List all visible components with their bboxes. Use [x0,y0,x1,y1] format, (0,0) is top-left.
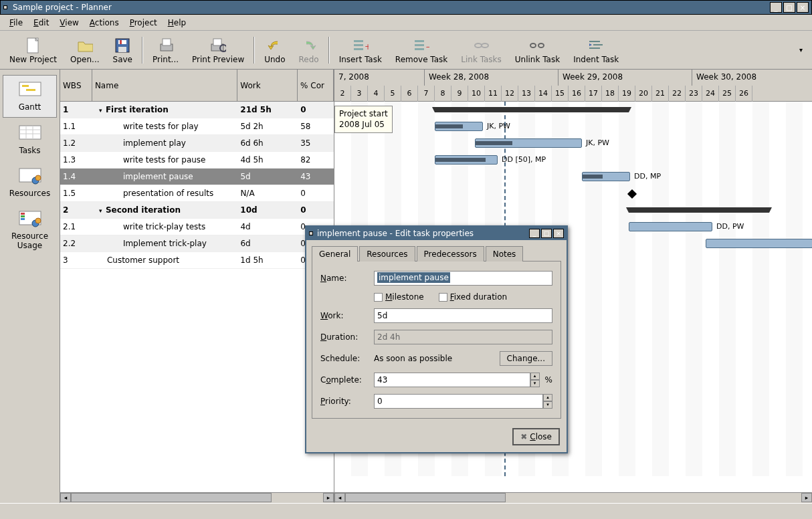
task-row[interactable]: 2.1write trick-play tests4d0 [60,219,334,235]
spin-down[interactable]: ▾ [543,401,552,409]
dialog-title: implement pause - Edit task properties [317,229,528,238]
scroll-left-button[interactable]: ◂ [334,493,345,502]
close-label: Close [530,432,552,441]
toolbar-remove-label: Remove Task [395,55,447,64]
summary-bar[interactable] [629,207,769,213]
task-bar[interactable] [475,138,582,148]
toolbar-remove-task[interactable]: −Remove Task [389,35,454,66]
milestone-checkbox[interactable]: Milestone [374,292,424,302]
toolbar-insert-task[interactable]: +Insert Task [332,35,389,66]
task-row[interactable]: 1.3write tests for pause4d 5h82 [60,152,334,169]
task-row[interactable]: 1.4implement pause5d43 [60,169,334,185]
toolbar-undo[interactable]: Undo [258,35,292,66]
priority-spinner[interactable]: ▴▾ [374,394,552,409]
svg-rect-16 [415,44,424,46]
toolbar-overflow[interactable]: ▾ [793,46,809,54]
toolbar-save[interactable]: Save [106,35,139,66]
day-header: 16 [569,86,585,102]
scroll-left-button[interactable]: ◂ [60,493,71,502]
task-bar[interactable] [582,172,630,181]
task-bar[interactable] [435,155,498,165]
tab-resources[interactable]: Resources [359,246,415,262]
name-input[interactable]: implement pause [374,271,552,286]
task-bar[interactable] [435,122,483,131]
sidebar-item-tasks[interactable]: Tasks [3,119,57,161]
tab-notes[interactable]: Notes [486,246,524,262]
cell-work: 6d 6h [237,138,298,148]
cell-wbs: 1.3 [60,155,92,165]
menu-view[interactable]: View [54,17,84,29]
cell-work: 6d [237,239,298,248]
insert-task-icon: + [352,36,369,55]
toolbar-new-project[interactable]: New Project [3,35,64,66]
col-work[interactable]: Work [237,70,298,101]
spin-up[interactable]: ▴ [543,394,552,401]
svg-rect-11 [354,40,363,42]
svg-rect-3 [118,47,126,52]
menu-project[interactable]: Project [124,17,163,29]
toolbar-print-preview[interactable]: Print Preview [185,35,251,66]
toolbar-open[interactable]: Open... [64,35,106,66]
priority-input[interactable] [374,394,543,409]
maximize-button[interactable]: □ [783,2,795,13]
summary-bar[interactable] [435,107,629,112]
toolbar-indent-task[interactable]: Indent Task [567,35,625,66]
svg-text:−: − [425,42,429,51]
sidebar-item-resources[interactable]: Resources [3,162,57,203]
col-complete[interactable]: % Cor [298,70,334,101]
scroll-thumb[interactable] [71,493,272,502]
task-bar[interactable] [629,222,712,231]
sidebar-item-gantt[interactable]: Gantt [3,75,57,118]
dialog-minimize-button[interactable]: _ [529,229,540,238]
toolbar-unlink-task[interactable]: Unlink Task [508,35,567,66]
spin-down[interactable]: ▾ [530,380,540,387]
tab-general[interactable]: General [312,246,358,262]
scroll-thumb[interactable] [345,493,506,502]
svg-rect-13 [354,48,363,50]
change-schedule-button[interactable]: Change... [500,351,552,366]
col-wbs[interactable]: WBS [60,70,92,101]
name-label: Name: [320,274,369,283]
gantt-scrollbar[interactable]: ◂ ▸ [334,492,812,503]
task-row[interactable]: 3Customer support1d 5h0 [60,252,334,269]
task-row[interactable]: 1▾First iteration21d 5h0 [60,102,334,118]
menu-actions[interactable]: Actions [84,17,124,29]
svg-rect-23 [589,41,600,42]
scroll-right-button[interactable]: ▸ [323,493,334,502]
folder-open-icon [77,36,93,55]
complete-input[interactable] [374,373,530,387]
menu-file[interactable]: File [4,17,28,29]
scroll-right-button[interactable]: ▸ [801,493,812,502]
task-scrollbar[interactable]: ◂ ▸ [60,492,334,503]
day-header: 24 [702,86,719,102]
svg-rect-25 [589,47,600,49]
task-row[interactable]: 1.2implement play6d 6h35 [60,135,334,152]
spin-up[interactable]: ▴ [530,373,540,380]
work-input[interactable] [374,308,552,323]
cell-name: write trick-play tests [92,222,238,231]
cell-wbs: 1.5 [60,189,92,198]
task-row[interactable]: 2▾Second iteration10d0 [60,202,334,219]
dialog-titlebar[interactable]: implement pause - Edit task properties _… [306,227,567,240]
close-window-button[interactable]: × [797,2,809,13]
task-row[interactable]: 2.2Implement trick-play6d0 [60,235,334,252]
svg-point-22 [538,43,544,47]
fixed-duration-checkbox[interactable]: Fixed duration [439,292,507,302]
minimize-button[interactable]: _ [770,2,782,13]
dialog-maximize-button[interactable]: □ [541,229,552,238]
task-row[interactable]: 1.5presentation of resultsN/A0 [60,185,334,202]
toolbar-print[interactable]: Print... [146,35,185,66]
menu-edit[interactable]: Edit [28,17,54,29]
dialog-close-button[interactable]: × [553,229,564,238]
task-row[interactable]: 1.1write tests for play5d 2h58 [60,118,334,135]
complete-spinner[interactable]: ▴▾ [374,373,540,387]
close-button[interactable]: ✖Close [512,428,560,445]
svg-rect-4 [120,40,122,44]
tab-predecessors[interactable]: Predecessors [417,246,484,262]
sidebar-item-resource-usage[interactable]: Resource Usage [3,205,57,255]
menu-help[interactable]: Help [163,17,191,29]
col-name[interactable]: Name [92,70,237,101]
cell-name: ▾Second iteration [92,205,237,215]
task-bar[interactable] [706,239,812,248]
day-header: 26 [736,86,752,102]
